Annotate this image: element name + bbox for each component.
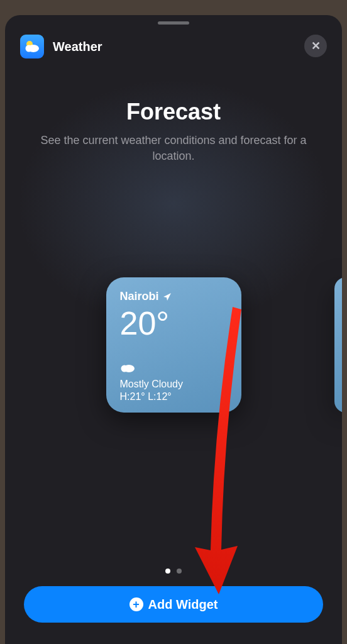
page-title: Forecast [23, 99, 324, 125]
add-widget-button[interactable]: + Add Widget [24, 586, 323, 623]
location-label: Nairobi [120, 290, 159, 303]
location-arrow-icon [163, 292, 172, 301]
page-dot-2[interactable] [177, 569, 182, 574]
temperature-value: 20° [120, 304, 228, 342]
app-name-label: Weather [53, 40, 102, 54]
widget-preview-area[interactable]: Nairobi 20° Mostly Cloudy H:21° L:12° [5, 277, 342, 413]
cloud-icon [120, 360, 228, 376]
sheet-header: Weather ✕ [5, 25, 342, 69]
add-widget-label: Add Widget [148, 597, 218, 612]
page-indicator [165, 569, 182, 574]
widget-sheet: Weather ✕ Forecast See the current weath… [5, 15, 342, 644]
svg-point-4 [121, 365, 128, 372]
location-row: Nairobi [120, 290, 228, 303]
condition-row: Mostly Cloudy H:21° L:12° [120, 360, 228, 402]
condition-label: Mostly Cloudy [120, 379, 228, 390]
sun-cloud-icon [23, 38, 41, 55]
page-subtitle: See the current weather conditions and f… [23, 133, 324, 164]
svg-point-2 [26, 45, 33, 52]
weather-widget-card: Nairobi 20° Mostly Cloudy H:21° L:12° [106, 277, 241, 413]
plus-icon: + [129, 597, 143, 611]
title-section: Forecast See the current weather conditi… [5, 69, 342, 164]
high-low-label: H:21° L:12° [120, 391, 228, 402]
page-dot-1[interactable] [165, 569, 170, 574]
close-button[interactable]: ✕ [304, 35, 327, 57]
weather-app-icon [20, 35, 44, 58]
next-widget-peek[interactable] [334, 277, 342, 413]
close-icon: ✕ [311, 39, 321, 53]
